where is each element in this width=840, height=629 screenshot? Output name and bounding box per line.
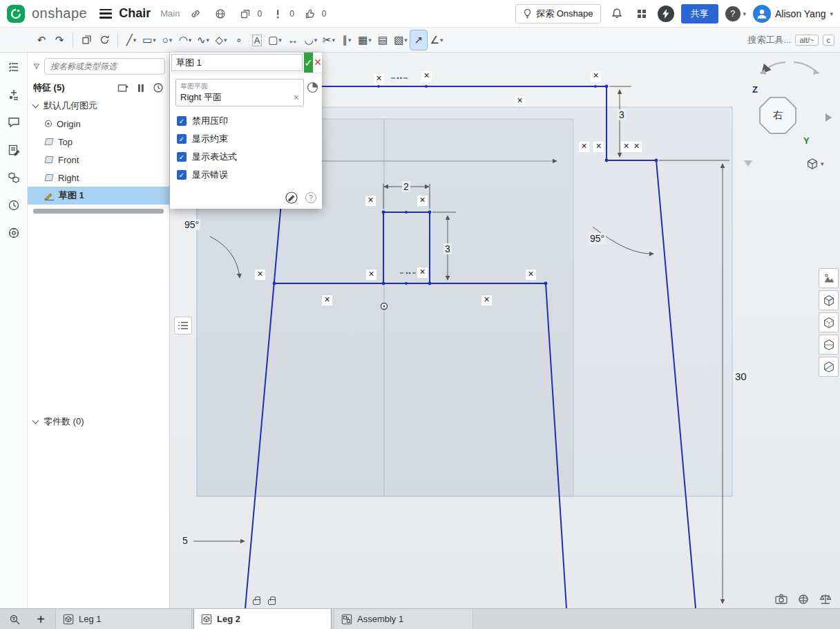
constraint-glyph[interactable] — [322, 295, 332, 306]
rollback-bar[interactable] — [33, 209, 164, 214]
slot-tool[interactable] — [267, 30, 283, 50]
dimension-step-height[interactable]: 3 — [618, 109, 626, 120]
thumbs-up-icon[interactable] — [301, 5, 319, 23]
default-geometry-group[interactable]: 默认几何图元 — [28, 97, 169, 115]
point-tool[interactable] — [231, 30, 247, 50]
cancel-button[interactable] — [313, 53, 322, 73]
pattern-tool[interactable] — [356, 30, 373, 50]
help-icon[interactable] — [305, 192, 316, 203]
sketch-name-input[interactable] — [171, 54, 303, 71]
named-views-button[interactable] — [819, 290, 839, 310]
mirror-tool[interactable] — [213, 30, 229, 50]
sketch-list-button[interactable] — [174, 317, 192, 335]
dimension-notch-depth[interactable]: 3 — [443, 243, 452, 254]
dimension-tool[interactable] — [285, 30, 301, 50]
orbit-icon[interactable] — [796, 593, 810, 605]
issue-icon[interactable] — [269, 5, 287, 23]
text-tool[interactable] — [249, 30, 265, 50]
sketch-options-icon[interactable] — [285, 191, 298, 205]
constraint-glyph[interactable] — [631, 142, 642, 152]
checkbox-disable-imprint[interactable]: 禁用压印 — [170, 112, 322, 130]
user-menu[interactable]: Alison Yang — [753, 5, 833, 23]
document-title[interactable]: Chair — [119, 6, 151, 21]
clock-icon[interactable] — [153, 82, 164, 93]
constraint-glyph[interactable] — [374, 74, 384, 84]
feature-list-icon[interactable] — [5, 58, 23, 76]
tree-item-top[interactable]: Top — [28, 133, 169, 151]
section-view-button[interactable] — [819, 335, 839, 355]
comment-icon[interactable] — [5, 113, 23, 131]
sketch-plane-field[interactable]: 草图平面 Right 平面 — [175, 79, 304, 106]
constraint-glyph[interactable] — [591, 71, 601, 82]
globe-icon[interactable] — [211, 5, 229, 23]
tool-search-label[interactable]: 搜索工具... — [748, 34, 792, 46]
dxf-export-tool[interactable] — [392, 30, 409, 50]
filter-funnel-icon[interactable] — [33, 61, 40, 72]
feature-filter-input[interactable] — [44, 58, 165, 75]
lock-icon[interactable] — [253, 599, 260, 605]
constraint-glyph[interactable] — [365, 196, 376, 206]
dimension-overall-height[interactable]: 30 — [734, 370, 748, 382]
app-grid-icon[interactable] — [633, 5, 651, 23]
copy-icon[interactable] — [78, 30, 95, 50]
arc-tool[interactable] — [177, 30, 193, 50]
line-tool[interactable] — [123, 30, 140, 50]
share-button[interactable]: 共享 — [681, 4, 718, 24]
fillet-tool[interactable] — [303, 30, 319, 50]
markup-icon[interactable] — [5, 141, 23, 159]
rotate-right-arrow-icon[interactable] — [825, 113, 832, 122]
circle-tool[interactable] — [159, 30, 175, 50]
rotate-down-arrow-icon[interactable] — [744, 160, 752, 167]
constraint-glyph[interactable] — [417, 196, 428, 206]
sync-icon[interactable] — [96, 30, 113, 50]
measure-panel-button[interactable] — [819, 357, 839, 377]
pause-icon[interactable] — [137, 84, 144, 93]
constraint-glyph[interactable] — [593, 142, 604, 152]
hamburger-icon[interactable] — [99, 9, 112, 19]
dimension-angle-right[interactable]: 95° — [589, 233, 606, 244]
tree-item-origin[interactable]: Origin — [28, 115, 169, 133]
rectangle-tool[interactable] — [141, 30, 158, 50]
dimension-bottom-width[interactable]: 5 — [181, 535, 189, 546]
spline-tool[interactable] — [195, 30, 211, 50]
clear-selection-icon[interactable] — [294, 92, 299, 103]
checkbox-show-errors[interactable]: 显示错误 — [170, 166, 322, 184]
dimension-angle-left[interactable]: 95° — [183, 219, 200, 230]
tab-leg1[interactable]: Leg 1 — [55, 609, 192, 629]
constraint-glyph[interactable] — [515, 96, 525, 106]
tree-item-front[interactable]: Front — [28, 151, 169, 169]
branch-icon[interactable] — [236, 5, 254, 23]
snapshot-icon[interactable] — [774, 593, 788, 605]
constraint-glyph[interactable] — [621, 142, 631, 152]
undo-button[interactable] — [33, 30, 50, 50]
scale-icon[interactable] — [819, 593, 832, 605]
constraint-glyph[interactable] — [421, 71, 432, 82]
redo-button[interactable] — [51, 30, 68, 50]
onshape-logo-icon[interactable] — [7, 5, 25, 23]
view-cube-face[interactable]: 右 — [758, 96, 797, 135]
constraint-glyph[interactable] — [417, 267, 428, 278]
workspace-name[interactable]: Main — [160, 8, 180, 19]
lock-icon[interactable] — [268, 599, 276, 605]
explore-icon[interactable] — [5, 224, 23, 242]
tree-item-right[interactable]: Right — [28, 169, 169, 187]
insert-folder-icon[interactable] — [117, 83, 129, 93]
link-icon[interactable] — [187, 5, 204, 23]
tab-assembly1[interactable]: Assembly 1 — [334, 609, 473, 629]
dimension-notch-width[interactable]: 2 — [402, 181, 410, 192]
view-orientation-menu[interactable] — [806, 158, 824, 170]
grid-tool[interactable] — [374, 30, 391, 50]
search-tabs-icon[interactable] — [6, 611, 23, 628]
constraint-glyph[interactable] — [255, 270, 265, 280]
offset-tool[interactable] — [338, 30, 355, 50]
new-tab-button[interactable] — [32, 610, 50, 629]
insert-icon[interactable] — [5, 86, 23, 104]
explore-search[interactable]: 探索 Onshape — [515, 4, 600, 24]
feature-state-icon[interactable] — [307, 82, 318, 95]
constraint-glyph[interactable] — [579, 142, 589, 152]
bell-icon[interactable] — [608, 5, 626, 23]
checkbox-show-constraints[interactable]: 显示约束 — [170, 130, 322, 148]
achievements-icon[interactable] — [658, 6, 674, 22]
parts-group[interactable]: 零件数 (0) — [28, 413, 169, 431]
appearance-button[interactable] — [819, 268, 839, 288]
